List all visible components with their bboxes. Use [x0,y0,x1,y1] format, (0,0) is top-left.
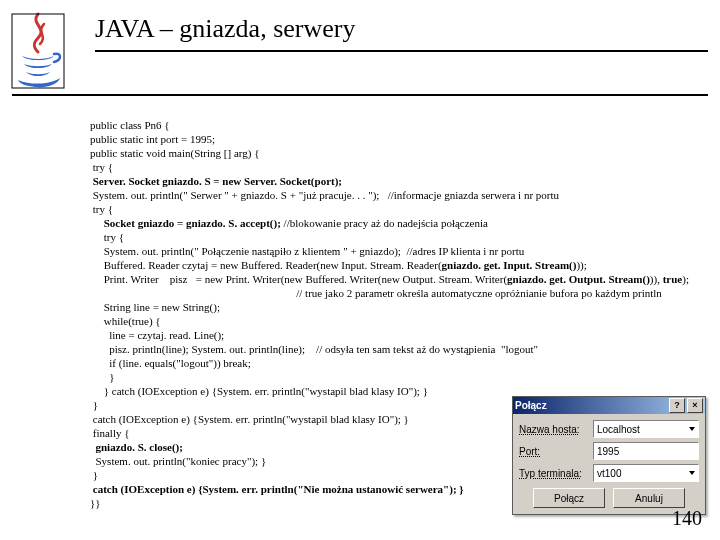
chevron-down-icon[interactable] [689,427,695,431]
terminal-field[interactable]: vt100 [593,464,699,482]
page-number: 140 [672,507,702,530]
chevron-down-icon[interactable] [689,471,695,475]
close-button[interactable]: × [687,398,703,413]
help-button[interactable]: ? [669,398,685,413]
java-logo [8,10,68,90]
host-field[interactable]: Localhost [593,420,699,438]
title-divider [95,50,708,52]
host-label: Nazwa hosta: [519,424,593,435]
dialog-title: Połącz [515,400,547,411]
port-label: Port: [519,446,593,457]
cancel-button[interactable]: Anuluj [613,488,685,508]
content-divider [12,94,708,96]
terminal-label: Typ terminala: [519,468,593,479]
port-field[interactable]: 1995 [593,442,699,460]
slide-title: JAVA – gniazda, serwery [95,14,720,44]
dialog-titlebar[interactable]: Połącz ? × [513,397,705,414]
connect-button[interactable]: Połącz [533,488,605,508]
connect-dialog: Połącz ? × Nazwa hosta: Localhost Port: … [512,396,706,515]
